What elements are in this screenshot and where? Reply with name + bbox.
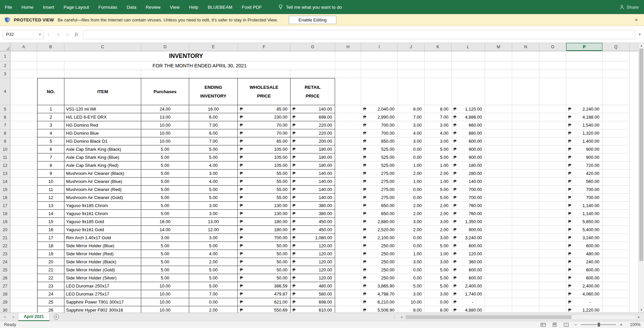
cell-col-j[interactable]: 8.00 [397,105,425,113]
cell-col-i[interactable]: ₱650.00 [361,202,397,210]
cell-retail-price[interactable]: ₱180.00 [290,153,335,161]
menu-review[interactable]: Review [141,0,165,14]
cell[interactable] [335,306,361,313]
cell-col-k[interactable]: 3.00 [425,234,451,242]
cell-col-p[interactable]: ₱900.00 [566,153,602,161]
column-header-j[interactable]: J [397,43,425,51]
cell-no[interactable]: 21 [37,266,64,274]
cell[interactable] [485,218,512,226]
cell[interactable] [425,61,451,70]
cell-col-p[interactable]: ₱480.00 [566,250,602,258]
cell-ending-inventory[interactable]: 5.00 [189,194,238,202]
cell[interactable] [512,186,539,194]
cell-ending-inventory[interactable]: 5.00 [189,282,238,290]
cell-col-p[interactable]: ₱1,220.00 [566,306,602,313]
cell-col-j[interactable]: 1.00 [397,161,425,170]
cell[interactable] [485,121,512,129]
cell[interactable] [512,218,539,226]
cell-col-p[interactable]: ₱700.00 [566,194,602,202]
row-header-16[interactable]: 16 [0,194,10,202]
cell[interactable] [602,242,630,250]
cell[interactable] [485,137,512,145]
cell-col-i[interactable]: ₱2,880.00 [361,218,397,226]
cell[interactable] [539,105,566,113]
cell[interactable] [485,258,512,266]
vertical-scroll-thumb[interactable] [639,49,643,261]
cell-wholesale-price[interactable]: ₱70.00 [238,121,290,129]
cell-col-p[interactable]: ₱1,320.00 [566,129,602,137]
cell-col-i[interactable]: ₱650.00 [361,210,397,218]
cell-col-i[interactable]: ₱525.00 [361,161,397,170]
cell[interactable] [602,298,630,306]
cell-wholesale-price[interactable]: ₱180.00 [238,218,290,226]
row-header-22[interactable]: 22 [0,242,10,250]
cell[interactable] [335,194,361,202]
cell-col-p[interactable]: ₱3,240.00 [566,234,602,242]
cell-retail-price[interactable]: ₱120.00 [290,266,335,274]
cell[interactable] [566,51,602,61]
cell-col-k[interactable]: 1.00 [425,161,451,170]
zoom-percentage[interactable]: 100% [627,322,641,327]
cell[interactable] [335,121,361,129]
cell[interactable] [602,161,630,170]
cell[interactable] [602,78,630,105]
cell[interactable] [539,137,566,145]
cell[interactable] [512,70,539,78]
column-header-f[interactable]: F [238,43,290,51]
cell-col-l[interactable]: ₱280.00 [451,170,485,178]
cell[interactable] [512,161,539,170]
cell[interactable] [10,170,37,178]
cell[interactable] [539,218,566,226]
cell[interactable] [335,51,361,61]
cell-col-j[interactable]: 2.00 [397,202,425,210]
cell-col-i[interactable]: ₱650.00 [361,137,397,145]
cell-col-l[interactable]: ₱600.00 [451,274,485,282]
cell[interactable] [485,178,512,186]
cell-purchases[interactable]: 5.00 [141,178,189,186]
cell-col-j[interactable]: 0.00 [397,153,425,161]
cell-wholesale-price[interactable]: ₱386.59 [238,282,290,290]
new-sheet-button[interactable]: + [54,313,59,321]
cell-purchases[interactable]: 5.00 [141,274,189,282]
cell-wholesale-price[interactable]: ₱55.00 [238,178,290,186]
cell[interactable] [335,105,361,113]
cell[interactable] [602,306,630,313]
cell[interactable] [512,242,539,250]
cell[interactable] [10,186,37,194]
cell-col-k[interactable]: 3.00 [425,137,451,145]
cell-ending-inventory[interactable]: 3.00 [189,202,238,210]
cell-wholesale-price[interactable]: ₱105.00 [238,145,290,153]
cell[interactable] [485,210,512,218]
scrollbar-splitter-icon[interactable]: ⋮ [390,313,398,321]
cell[interactable] [512,266,539,274]
cell[interactable] [539,161,566,170]
cell-col-k[interactable]: 3.00 [425,218,451,226]
cell[interactable] [485,274,512,282]
cell-no[interactable]: 5 [37,137,64,145]
cell-ending-inventory[interactable]: 4.00 [189,161,238,170]
scroll-left-icon[interactable]: ◄ [398,316,405,319]
cell[interactable] [451,78,485,105]
row-header-21[interactable]: 21 [0,234,10,242]
cell-col-i[interactable]: ₱525.00 [361,145,397,153]
cell-purchases[interactable]: 5.00 [141,258,189,266]
cell-no[interactable]: 3 [37,121,64,129]
cell-no[interactable]: 14 [37,210,64,218]
column-header-l[interactable]: L [451,43,485,51]
menu-foxit-pdf[interactable]: Foxit PDF [237,0,267,14]
cell-item[interactable]: Sapphire Power T901 300x17 [64,298,141,306]
cell-col-i[interactable]: ₱5,506.90 [361,306,397,313]
cell-col-l[interactable]: ₱1,120.00 [451,105,485,113]
cell[interactable] [485,153,512,161]
cell[interactable] [512,145,539,153]
cell-col-l[interactable]: ₱760.00 [451,202,485,210]
cell[interactable] [335,137,361,145]
cell-item[interactable]: Side Mirror Holder (Black) [64,258,141,266]
cell-col-p[interactable]: ₱5,850.00 [566,218,602,226]
cell[interactable] [451,70,485,78]
cell-col-l[interactable]: ₱140.00 [451,178,485,186]
cell[interactable] [602,266,630,274]
header-purchases[interactable]: Purchases [141,78,189,105]
cell-col-l[interactable]: ₱3,240.00 [451,234,485,242]
menu-data[interactable]: Data [122,0,141,14]
